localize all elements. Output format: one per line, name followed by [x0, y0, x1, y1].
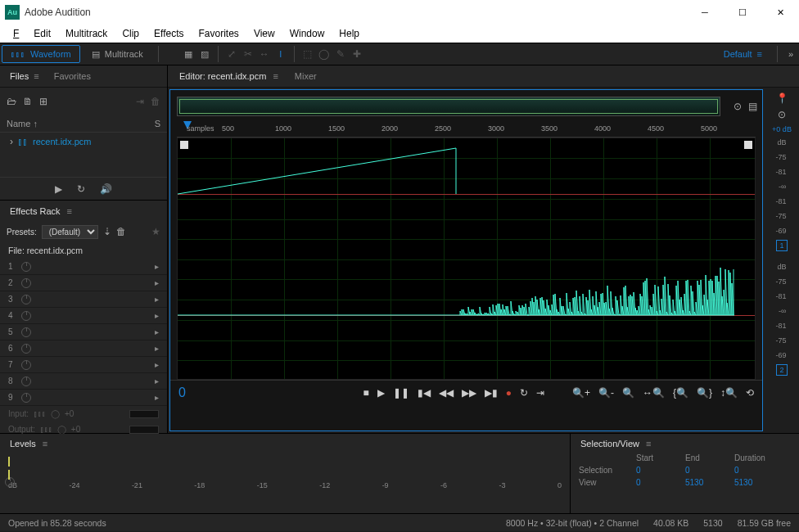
waveform-editor[interactable]: ⊙ ▤ samples50010001500200025003000350040… — [169, 89, 763, 431]
zoom-out-icon[interactable]: 🔍- — [598, 387, 614, 399]
tab-editor[interactable]: Editor: recent.idx.pcm≡ — [179, 71, 278, 81]
zoom-reset-icon[interactable]: ⟲ — [746, 387, 754, 399]
preview-autoplay-icon[interactable]: 🔊 — [100, 183, 112, 195]
preset-select[interactable]: (Default) — [42, 225, 98, 239]
slot-power-icon[interactable] — [21, 344, 31, 354]
spectral-pitch-icon[interactable]: ▨ — [196, 46, 213, 62]
sel-end[interactable]: 0 — [685, 466, 734, 475]
tab-files[interactable]: Files≡ — [10, 71, 39, 81]
tab-favorites[interactable]: Favorites — [54, 71, 91, 81]
menu-window[interactable]: Window — [283, 26, 332, 41]
rewind-button[interactable]: ◀◀ — [439, 387, 454, 399]
fx-slot-1[interactable]: 1▸ — [0, 259, 167, 275]
skip-selection-icon[interactable]: ⇥ — [536, 387, 544, 399]
multitrack-mode-button[interactable]: ▤ Multitrack — [84, 45, 151, 63]
zoom-in-point-icon[interactable]: {🔍 — [673, 387, 688, 399]
menu-favorites[interactable]: Favorites — [192, 26, 246, 41]
trash-icon[interactable]: 🗑 — [151, 96, 160, 107]
hud-icon[interactable]: ⊙ — [778, 109, 786, 120]
slot-power-icon[interactable] — [21, 311, 31, 321]
fx-slot-7[interactable]: 7▸ — [0, 357, 167, 373]
slot-power-icon[interactable] — [21, 327, 31, 337]
fx-slot-8[interactable]: 8▸ — [0, 373, 167, 390]
toolbar-overflow-icon[interactable]: » — [783, 49, 799, 59]
menu-file[interactable]: F — [7, 26, 25, 41]
workspace-selector[interactable]: Default≡ — [714, 49, 772, 59]
open-file-icon[interactable]: 🗁 — [7, 96, 16, 107]
zoom-full-icon[interactable]: 🔍 — [622, 387, 634, 399]
preview-play-icon[interactable]: ▶ — [55, 183, 62, 195]
menu-edit[interactable]: Edit — [27, 26, 57, 41]
pin-icon[interactable]: 📍 — [776, 92, 788, 104]
stop-button[interactable]: ■ — [363, 387, 368, 399]
selection-view-panel: Selection/View≡ Start End Duration Selec… — [570, 434, 799, 513]
minimize-button[interactable]: ─ — [686, 0, 724, 25]
save-preset-icon[interactable]: ⇣ — [103, 226, 111, 237]
fx-slot-2[interactable]: 2▸ — [0, 275, 167, 291]
menu-multitrack[interactable]: Multitrack — [59, 26, 114, 41]
lasso-tool-icon[interactable]: ◯ — [316, 46, 332, 62]
channels-icon[interactable]: ▤ — [748, 101, 757, 112]
zoom-in-icon[interactable]: 🔍+ — [572, 387, 590, 399]
tab-mixer[interactable]: Mixer — [295, 71, 317, 81]
new-asset-icon[interactable]: ⊞ — [39, 96, 47, 107]
import-icon[interactable]: 🗎 — [23, 96, 33, 107]
delete-preset-icon[interactable]: 🗑 — [116, 226, 126, 237]
close-button[interactable]: ✕ — [761, 0, 799, 25]
insert-icon[interactable]: ⇥ — [136, 96, 144, 107]
overview-bar[interactable] — [177, 97, 720, 116]
menu-view[interactable]: View — [247, 26, 282, 41]
menu-clip[interactable]: Clip — [115, 26, 146, 41]
chevron-right-icon: ▸ — [155, 295, 159, 304]
sel-dur[interactable]: 0 — [734, 466, 783, 475]
loop-button[interactable]: ↻ — [520, 387, 528, 399]
slot-power-icon[interactable] — [21, 295, 31, 304]
zoom-out-point-icon[interactable]: 🔍} — [697, 387, 712, 399]
record-button[interactable]: ● — [506, 387, 512, 399]
fx-slot-3[interactable]: 3▸ — [0, 291, 167, 308]
waveform-mode-button[interactable]: ⫾⫾⫾ Waveform — [2, 45, 80, 63]
channel-1-badge[interactable]: 1 — [776, 240, 788, 251]
razor-tool-icon[interactable]: ✂ — [240, 46, 256, 62]
maximize-button[interactable]: ☐ — [724, 0, 761, 25]
menu-help[interactable]: Help — [332, 26, 366, 41]
favorite-icon[interactable]: ★ — [151, 226, 160, 237]
slot-power-icon[interactable] — [21, 393, 31, 403]
skip-back-button[interactable]: ▮◀ — [418, 387, 431, 399]
sel-start[interactable]: 0 — [636, 466, 685, 475]
slot-power-icon[interactable] — [21, 278, 31, 288]
view-start[interactable]: 0 — [636, 478, 685, 487]
brush-tool-icon[interactable]: ✎ — [332, 46, 349, 62]
preview-loop-icon[interactable]: ↻ — [77, 183, 85, 195]
slot-power-icon[interactable] — [21, 360, 31, 370]
channel-2-badge[interactable]: 2 — [776, 364, 788, 376]
forward-button[interactable]: ▶▶ — [462, 387, 476, 399]
pause-button[interactable]: ❚❚ — [393, 387, 409, 399]
marquee-tool-icon[interactable]: ⬚ — [300, 46, 316, 62]
slip-tool-icon[interactable]: ↔ — [256, 46, 273, 62]
file-row[interactable]: › ⫿⫿ recent.idx.pcm — [0, 133, 167, 151]
view-dur[interactable]: 5130 — [734, 478, 783, 487]
zoom-overview-icon[interactable]: ⊙ — [734, 101, 742, 112]
menu-effects[interactable]: Effects — [147, 26, 190, 41]
file-list-header[interactable]: Name ↑ S — [0, 115, 167, 133]
slot-power-icon[interactable] — [21, 376, 31, 386]
fx-slot-5[interactable]: 5▸ — [0, 324, 167, 340]
slot-power-icon[interactable] — [21, 262, 31, 272]
output-knob-icon[interactable]: ◯ — [57, 425, 66, 434]
zoom-v-icon[interactable]: ↕🔍 — [720, 387, 738, 399]
waveform-canvas[interactable] — [177, 138, 756, 380]
fx-slot-6[interactable]: 6▸ — [0, 340, 167, 357]
fx-slot-9[interactable]: 9▸ — [0, 390, 167, 406]
skip-fwd-button[interactable]: ▶▮ — [485, 387, 498, 399]
fx-slot-4[interactable]: 4▸ — [0, 308, 167, 324]
time-ruler[interactable]: samples500100015002000250030003500400045… — [177, 123, 756, 138]
move-tool-icon[interactable]: ⤢ — [223, 46, 240, 62]
heal-tool-icon[interactable]: ✚ — [349, 46, 365, 62]
play-button[interactable]: ▶ — [377, 387, 385, 399]
time-select-tool-icon[interactable]: I — [273, 46, 289, 62]
view-end[interactable]: 5130 — [685, 478, 734, 487]
zoom-sel-icon[interactable]: ↔🔍 — [643, 387, 665, 399]
input-knob-icon[interactable]: ◯ — [51, 409, 60, 418]
spectral-freq-icon[interactable]: ▦ — [180, 46, 196, 62]
